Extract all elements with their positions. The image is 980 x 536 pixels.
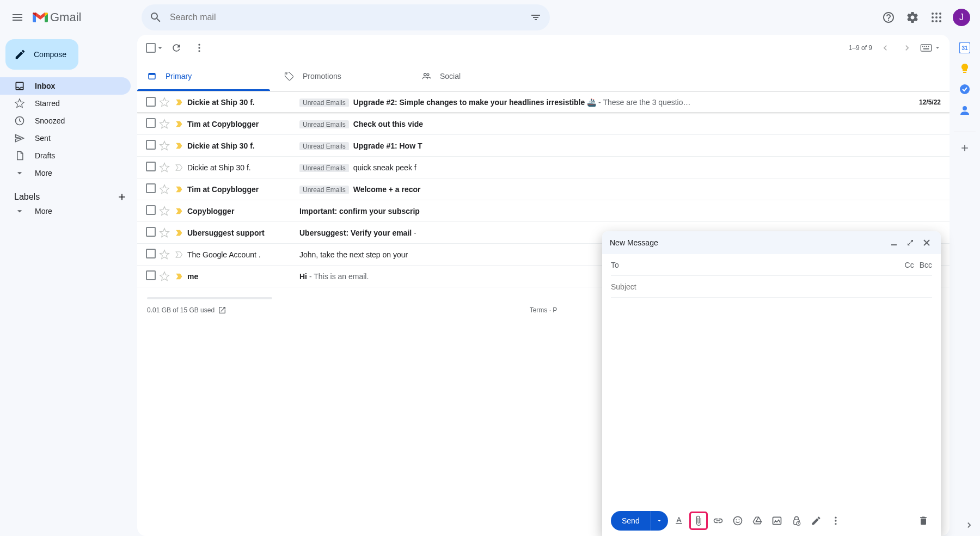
input-tools-button[interactable]: [920, 44, 941, 52]
importance-icon: [175, 206, 185, 216]
search-bar[interactable]: [142, 4, 550, 30]
email-row[interactable]: Dickie at Ship 30 f.Unread Emailsquick s…: [137, 157, 950, 178]
importance-marker[interactable]: [172, 250, 187, 260]
sidebar-item-inbox[interactable]: Inbox: [0, 77, 131, 95]
minimize-button[interactable]: [887, 236, 901, 249]
compose-button[interactable]: Compose: [5, 39, 78, 70]
insert-emoji-button[interactable]: [729, 512, 746, 529]
insert-link-button[interactable]: [709, 512, 727, 529]
email-row[interactable]: Tim at CopybloggerUnread EmailsCheck out…: [137, 113, 950, 135]
row-checkbox[interactable]: [146, 205, 157, 217]
sidebar-labels-more[interactable]: More: [0, 202, 131, 220]
star-button[interactable]: [157, 227, 172, 238]
star-button[interactable]: [157, 140, 172, 151]
row-checkbox[interactable]: [146, 270, 157, 282]
importance-marker[interactable]: [172, 184, 187, 194]
row-checkbox[interactable]: [146, 97, 157, 108]
tab-social[interactable]: Social: [412, 61, 549, 91]
fullscreen-button[interactable]: [904, 236, 917, 249]
account-avatar[interactable]: J: [953, 9, 970, 26]
kebab-icon: [830, 515, 841, 526]
compose-more-button[interactable]: [827, 512, 844, 529]
apps-button[interactable]: [926, 7, 947, 28]
formatting-button[interactable]: [670, 512, 688, 529]
star-button[interactable]: [157, 249, 172, 260]
hide-side-panel-button[interactable]: [964, 520, 975, 531]
star-button[interactable]: [157, 271, 172, 282]
row-checkbox[interactable]: [146, 118, 157, 130]
importance-marker[interactable]: [172, 228, 187, 238]
importance-marker[interactable]: [172, 163, 187, 172]
prev-page-button[interactable]: [877, 39, 894, 57]
sidebar-item-snoozed[interactable]: Snoozed: [0, 112, 131, 130]
more-actions-button[interactable]: [188, 37, 210, 59]
confidential-mode-button[interactable]: [788, 512, 805, 529]
star-button[interactable]: [157, 184, 172, 195]
email-row[interactable]: Dickie at Ship 30 f.Unread EmailsUpgrade…: [137, 91, 950, 113]
email-row[interactable]: Dickie at Ship 30 f.Unread EmailsUpgrade…: [137, 135, 950, 157]
compose-to-field[interactable]: To Cc Bcc: [611, 254, 932, 276]
star-button[interactable]: [157, 97, 172, 108]
importance-marker[interactable]: [172, 141, 187, 151]
sidebar-item-label: Drafts: [35, 151, 55, 160]
row-checkbox[interactable]: [146, 140, 157, 151]
compose-subject-field[interactable]: [611, 276, 932, 298]
importance-marker[interactable]: [172, 97, 187, 107]
svg-rect-20: [149, 73, 155, 75]
add-label-button[interactable]: [117, 192, 127, 202]
tasks-app-icon[interactable]: [959, 84, 970, 95]
send-button[interactable]: Send: [611, 516, 651, 525]
importance-marker[interactable]: [172, 272, 187, 281]
attach-file-button[interactable]: [690, 512, 707, 529]
get-addons-button[interactable]: [954, 132, 976, 153]
row-checkbox[interactable]: [146, 183, 157, 195]
svg-point-31: [738, 519, 739, 520]
bcc-button[interactable]: Bcc: [920, 261, 932, 269]
sidebar-item-label: Starred: [35, 99, 60, 108]
importance-marker[interactable]: [172, 119, 187, 129]
tab-promotions[interactable]: Promotions: [274, 61, 412, 91]
gmail-logo[interactable]: Gmail: [33, 10, 81, 24]
row-checkbox[interactable]: [146, 162, 157, 173]
tab-icon: [421, 71, 431, 81]
email-row[interactable]: Tim at CopybloggerUnread EmailsWelcome +…: [137, 178, 950, 200]
insert-drive-button[interactable]: [749, 512, 766, 529]
row-checkbox[interactable]: [146, 249, 157, 260]
discard-draft-button[interactable]: [915, 512, 932, 529]
to-input[interactable]: [624, 261, 905, 269]
tab-primary[interactable]: Primary: [137, 61, 274, 91]
footer-terms[interactable]: Terms · P: [530, 306, 558, 314]
send-options-button[interactable]: [651, 511, 668, 531]
star-button[interactable]: [157, 206, 172, 217]
main-menu-button[interactable]: [4, 4, 30, 30]
sidebar-item-sent[interactable]: Sent: [0, 130, 131, 147]
insert-photo-button[interactable]: [768, 512, 786, 529]
subject-input[interactable]: [611, 282, 932, 291]
importance-marker[interactable]: [172, 206, 187, 216]
star-icon: [159, 140, 170, 151]
select-all-checkbox[interactable]: [146, 43, 164, 53]
help-button[interactable]: [878, 7, 899, 28]
calendar-app-icon[interactable]: 31: [959, 42, 970, 53]
sidebar-item-starred[interactable]: Starred: [0, 95, 131, 112]
search-options-icon[interactable]: [529, 11, 542, 24]
insert-signature-button[interactable]: [807, 512, 825, 529]
close-button[interactable]: [920, 236, 933, 249]
compose-body[interactable]: [602, 298, 941, 506]
refresh-button[interactable]: [166, 37, 187, 59]
sidebar-item-more[interactable]: More: [0, 164, 131, 182]
next-page-button[interactable]: [898, 39, 916, 57]
open-in-new-icon[interactable]: [218, 306, 226, 315]
compose-header[interactable]: New Message: [602, 231, 941, 254]
star-button[interactable]: [157, 162, 172, 173]
email-row[interactable]: CopybloggerImportant: confirm your subsc…: [137, 200, 950, 222]
star-button[interactable]: [157, 119, 172, 130]
row-checkbox[interactable]: [146, 227, 157, 238]
search-input[interactable]: [170, 13, 529, 22]
contacts-app-icon[interactable]: [959, 104, 970, 115]
keep-app-icon[interactable]: [959, 63, 970, 74]
cc-button[interactable]: Cc: [905, 261, 914, 269]
chevron-left-icon: [880, 42, 891, 53]
settings-button[interactable]: [902, 7, 923, 28]
sidebar-item-drafts[interactable]: Drafts: [0, 147, 131, 164]
